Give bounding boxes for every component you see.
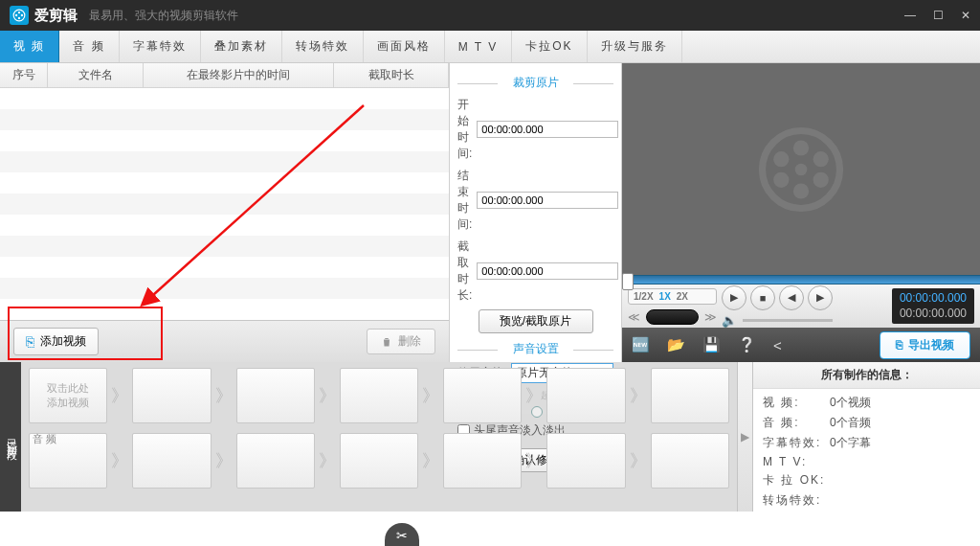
audio-thumb[interactable] [132,433,211,489]
svg-point-1 [18,11,20,13]
svg-point-4 [21,14,23,16]
clip-thumb[interactable] [340,368,418,423]
svg-point-13 [813,171,829,187]
help-icon[interactable]: ❔ [738,336,756,353]
export-icon: ⎘ [896,338,902,352]
stop-button[interactable]: ■ [750,285,775,310]
trim-section-title: 裁剪原片 [457,75,613,91]
tab-karaoke[interactable]: 卡拉OK [512,31,587,62]
audio-row-label: 音 频 [33,432,56,446]
svg-point-11 [813,151,829,167]
svg-point-10 [773,151,789,167]
clip-thumb[interactable] [132,368,211,423]
svg-point-3 [15,14,17,16]
svg-point-2 [18,17,20,19]
preview-viewport [622,63,980,275]
svg-point-8 [793,140,809,155]
time-total: 00:00:00.000 [900,307,967,322]
audio-thumb[interactable] [236,433,315,489]
next-button[interactable]: ▶ [808,285,833,310]
preview-panel: 1/2X 1X 2X ≪ ≫ ▶ ■ ◀ ▶ 🔈 [622,63,980,362]
clip-thumb[interactable] [651,368,729,423]
bottom-toolbar: 🆕 📂 💾 ❔ < ⎘ 导出视频 [622,328,980,362]
duration-input[interactable] [477,262,618,280]
col-index: 序号 [0,63,48,87]
time-current: 00:00:00.000 [900,291,967,307]
jog-left-icon[interactable]: ≪ [628,310,640,324]
film-reel-icon [758,126,844,213]
add-video-icon: ⎘ [26,333,34,350]
tab-mtv[interactable]: M T V [445,31,513,62]
clip-thumb[interactable] [236,368,315,423]
duration-label: 截取时长: [457,239,472,304]
info-panel: 所有制作的信息： 视 频:0个视频 音 频:0个音频 字幕特效:0个字幕 M T… [752,362,980,512]
speed-2x[interactable]: 2X [677,291,688,302]
jog-right-icon[interactable]: ≫ [704,310,717,324]
tab-subtitle[interactable]: 字幕特效 [120,31,201,62]
export-video-button[interactable]: ⎘ 导出视频 [880,331,970,359]
tab-audio[interactable]: 音 频 [59,31,119,62]
info-title: 所有制作的信息： [753,362,980,389]
svg-point-7 [795,163,808,175]
app-name: 爱剪辑 [34,7,78,25]
tab-video[interactable]: 视 频 [0,31,59,62]
table-body [0,88,449,320]
mute-icon[interactable]: 🔈 [722,313,737,328]
new-icon[interactable]: 🆕 [632,336,650,353]
titlebar: 爱剪辑 最易用、强大的视频剪辑软件 — ☐ ✕ [0,0,980,31]
close-button[interactable]: ✕ [961,9,970,22]
delete-label: 删除 [398,333,421,350]
playback-controls: 1/2X 1X 2X ≪ ≫ ▶ ■ ◀ ▶ 🔈 [622,284,980,328]
col-duration: 截取时长 [334,63,449,87]
app-slogan: 最易用、强大的视频剪辑软件 [89,8,238,24]
minimize-button[interactable]: — [904,9,916,22]
speed-half[interactable]: 1/2X [634,291,654,302]
save-icon[interactable]: 💾 [702,336,721,353]
clips-side-label: 已添加片段 [0,362,21,512]
clips-body: 双击此处 添加视频 》 》 》 》 》 》 音 频 》 》 》 》 》 》 ✂ [21,362,737,512]
audio-thumb[interactable] [340,433,418,489]
speed-1x[interactable]: 1X [659,291,671,302]
tab-style[interactable]: 画面风格 [364,31,445,62]
sound-section-title: 声音设置 [457,341,613,357]
audio-clip-row: 音 频 》 》 》 》 》 》 [29,433,729,489]
timecode-display: 00:00:00.000 00:00:00.000 [892,288,974,324]
preview-volume-slider[interactable] [743,319,833,322]
tab-transition[interactable]: 转场特效 [282,31,364,62]
end-time-input[interactable] [477,192,618,209]
tab-upgrade[interactable]: 升级与服务 [588,31,682,62]
share-icon[interactable]: < [773,337,782,353]
start-time-label: 开始时间: [457,97,472,162]
clip-thumb[interactable] [443,368,522,423]
preview-trim-button[interactable]: 预览/截取原片 [479,309,593,333]
maximize-button[interactable]: ☐ [933,9,944,22]
properties-panel: 裁剪原片 开始时间: 结束时间: 截取时长: 预览/截取原片 声音设置 使用音轨… [450,63,622,362]
export-label: 导出视频 [908,337,954,353]
clip-thumb[interactable] [546,368,625,423]
add-delete-bar: ⎘ 添加视频 删除 [0,320,449,362]
audio-thumb[interactable] [546,433,625,489]
jog-wheel[interactable] [646,309,699,325]
video-clip-row: 双击此处 添加视频 》 》 》 》 》 》 [29,368,729,423]
speed-selector[interactable]: 1/2X 1X 2X [628,288,717,305]
svg-point-9 [793,183,809,198]
info-body: 视 频:0个视频 音 频:0个音频 字幕特效:0个字幕 M T V: 卡 拉 O… [753,389,980,512]
add-clip-thumb[interactable]: 双击此处 添加视频 [29,368,107,423]
start-time-input[interactable] [477,121,618,138]
tab-overlay[interactable]: 叠加素材 [201,31,282,62]
col-time: 在最终影片中的时间 [144,63,334,87]
table-header: 序号 文件名 在最终影片中的时间 截取时长 [0,63,449,88]
svg-point-12 [773,171,789,187]
delete-button[interactable]: 删除 [367,329,435,354]
clip-table-panel: 序号 文件名 在最终影片中的时间 截取时长 ⎘ 添加视频 删除 [0,63,450,362]
open-icon[interactable]: 📂 [667,336,685,353]
play-button[interactable]: ▶ [722,285,746,310]
prev-button[interactable]: ◀ [779,285,804,310]
add-video-label: 添加视频 [40,333,86,350]
clips-scroll-right[interactable]: ▶ [737,362,752,512]
add-video-button[interactable]: ⎘ 添加视频 [13,328,99,355]
audio-thumb[interactable] [443,433,522,489]
progress-bar[interactable] [622,275,980,284]
audio-thumb[interactable] [651,433,729,489]
tabbar: 视 频 音 频 字幕特效 叠加素材 转场特效 画面风格 M T V 卡拉OK 升… [0,31,980,63]
